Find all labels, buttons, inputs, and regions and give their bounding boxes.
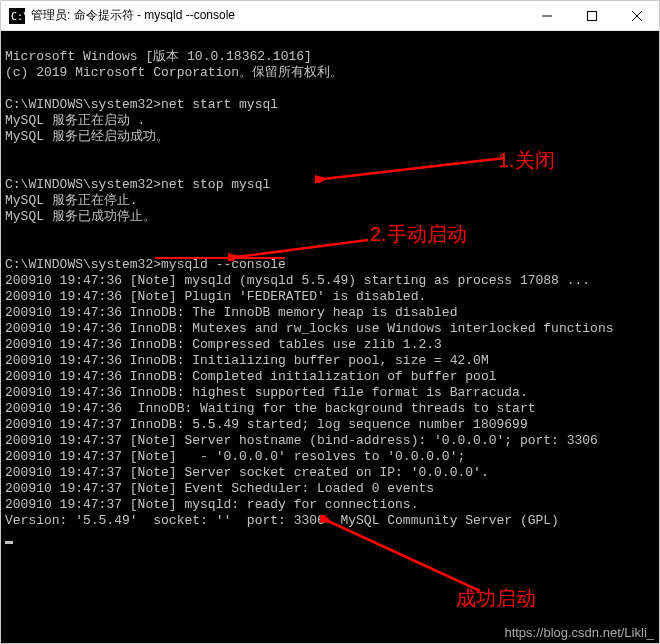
console-line: 200910 19:47:36 [Note] mysqld (mysqld 5.…: [5, 273, 590, 288]
console-line: 200910 19:47:36 InnoDB: Waiting for the …: [5, 401, 536, 416]
console-line: 200910 19:47:36 InnoDB: Mutexes and rw_l…: [5, 321, 614, 336]
console-line: 200910 19:47:37 InnoDB: 5.5.49 started; …: [5, 417, 528, 432]
console-line: MySQL 服务已成功停止。: [5, 209, 156, 224]
console-output[interactable]: Microsoft Windows [版本 10.0.18362.1016] (…: [1, 31, 659, 643]
titlebar: C:\ 管理员: 命令提示符 - mysqld --console: [1, 1, 659, 31]
close-button[interactable]: [614, 1, 659, 30]
console-line: Version: '5.5.49' socket: '' port: 3306 …: [5, 513, 559, 528]
console-line: (c) 2019 Microsoft Corporation。保留所有权利。: [5, 65, 343, 80]
console-line: 200910 19:47:36 InnoDB: highest supporte…: [5, 385, 528, 400]
console-line: Microsoft Windows [版本 10.0.18362.1016]: [5, 49, 312, 64]
cmd-window: C:\ 管理员: 命令提示符 - mysqld --console Micros…: [0, 0, 660, 644]
console-line: 200910 19:47:36 [Note] Plugin 'FEDERATED…: [5, 289, 426, 304]
console-line: 200910 19:47:36 InnoDB: Compressed table…: [5, 337, 442, 352]
svg-text:C:\: C:\: [11, 11, 25, 22]
console-line: 200910 19:47:36 InnoDB: Completed initia…: [5, 369, 496, 384]
console-line: MySQL 服务正在停止.: [5, 193, 138, 208]
window-controls: [524, 1, 659, 30]
cmd-icon: C:\: [9, 8, 25, 24]
console-line: 200910 19:47:37 [Note] - '0.0.0.0' resol…: [5, 449, 465, 464]
svg-rect-3: [587, 11, 596, 20]
window-title: 管理员: 命令提示符 - mysqld --console: [31, 7, 524, 24]
watermark: https://blog.csdn.net/Likli_: [504, 625, 654, 640]
console-line: MySQL 服务正在启动 .: [5, 113, 145, 128]
cursor: [5, 541, 13, 544]
console-line: 200910 19:47:37 [Note] Event Scheduler: …: [5, 481, 434, 496]
maximize-button[interactable]: [569, 1, 614, 30]
console-line: 200910 19:47:37 [Note] Server hostname (…: [5, 433, 598, 448]
console-line: C:\WINDOWS\system32>net start mysql: [5, 97, 278, 112]
console-line: C:\WINDOWS\system32>mysqld --console: [5, 257, 286, 272]
minimize-button[interactable]: [524, 1, 569, 30]
console-line: 200910 19:47:37 [Note] mysqld: ready for…: [5, 497, 418, 512]
console-line: C:\WINDOWS\system32>net stop mysql: [5, 177, 270, 192]
console-line: MySQL 服务已经启动成功。: [5, 129, 169, 144]
console-line: 200910 19:47:36 InnoDB: The InnoDB memor…: [5, 305, 457, 320]
console-line: 200910 19:47:36 InnoDB: Initializing buf…: [5, 353, 489, 368]
console-line: 200910 19:47:37 [Note] Server socket cre…: [5, 465, 489, 480]
